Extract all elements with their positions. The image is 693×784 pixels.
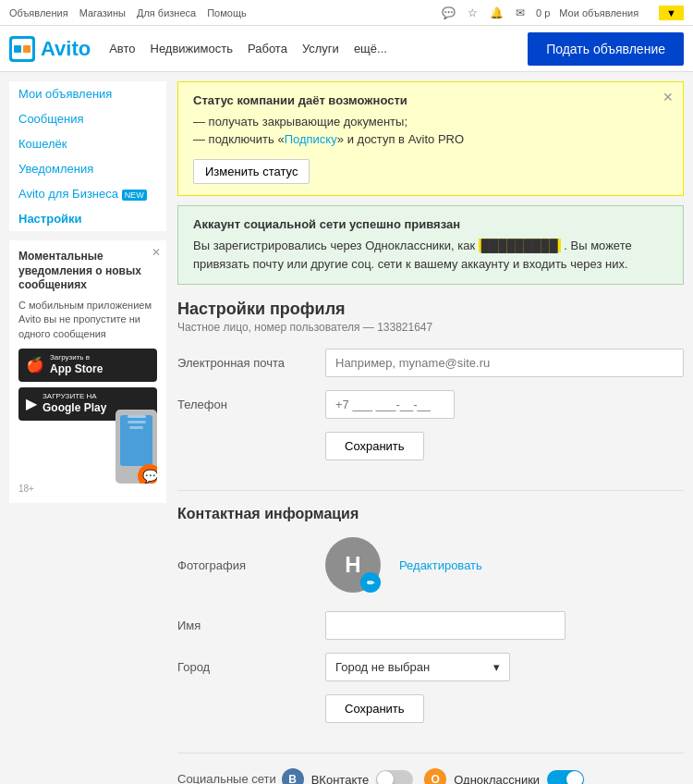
contact-save-button[interactable]: Сохранить (325, 694, 424, 723)
nav-stores[interactable]: Магазины (79, 7, 126, 18)
sidebar-item-my-ads[interactable]: Мои объявления (9, 81, 166, 106)
vk-icon: В (282, 768, 304, 784)
nav-realty[interactable]: Недвижимость (151, 42, 233, 55)
apple-icon: 🍎 (26, 356, 44, 374)
name-row: Имя (177, 611, 684, 640)
main-nav-links: Авто Недвижимость Работа Услуги ещё... (109, 42, 387, 55)
photo-row: Фотография Н ✏ Редактировать (177, 537, 684, 593)
nav-services[interactable]: Услуги (302, 42, 339, 55)
sidebar: Мои объявления Сообщения Кошелёк Уведомл… (9, 81, 166, 784)
ok-icon: О (424, 768, 446, 784)
divider1 (177, 490, 684, 491)
ok-item: О Одноклассники (424, 768, 584, 784)
vk-label: ВКонтакте (311, 773, 370, 785)
city-row: Город Город не выбран ▾ (177, 653, 684, 681)
chat-icon[interactable]: 💬 (440, 5, 456, 21)
phone-input-wrapper (325, 390, 684, 419)
banner-status-close[interactable]: ✕ (663, 90, 674, 104)
social-networks: В ВКонтакте О Одноклассники f Facebook G… (282, 768, 684, 784)
notification-close[interactable]: ✕ (152, 246, 161, 259)
envelope-icon[interactable]: ✉ (512, 5, 529, 21)
main-content: ✕ Статус компании даёт возможности — пол… (177, 81, 684, 784)
banner-social: Аккаунт социальной сети успешно привязан… (177, 205, 684, 285)
balance: 0 р (536, 7, 550, 18)
googleplay-text: ЗАГРУЗИТЕ НА Google Play (43, 392, 106, 416)
play-icon: ▶ (26, 395, 37, 412)
profile-section: Настройки профиля Частное лицо, номер по… (177, 300, 684, 491)
sidebar-menu: Мои объявления Сообщения Кошелёк Уведомл… (9, 81, 166, 231)
subscription-link[interactable]: Подписку (285, 132, 337, 146)
profile-title: Настройки профиля (177, 300, 684, 319)
email-label: Электронная почта (177, 356, 325, 370)
edit-photo-link[interactable]: Редактировать (399, 558, 482, 572)
user-button[interactable]: ▼ (659, 6, 684, 20)
banner-social-text: Вы зарегистрировались через Одноклассник… (193, 237, 668, 273)
phone-row: Телефон (177, 390, 684, 419)
phone-label: Телефон (177, 398, 325, 411)
nav-auto[interactable]: Авто (109, 42, 135, 55)
profile-save-button[interactable]: Сохранить (325, 432, 424, 460)
post-ad-button[interactable]: Подать объявление (528, 32, 684, 66)
sidebar-item-messages[interactable]: Сообщения (9, 106, 166, 131)
top-nav: Объявления Магазины Для бизнеса Помощь 💬… (0, 0, 693, 26)
notification-text: С мобильным приложением Avito вы не проп… (18, 299, 157, 341)
nav-more[interactable]: ещё... (354, 42, 387, 55)
bell-icon[interactable]: 🔔 (488, 5, 505, 21)
banner-status: ✕ Статус компании даёт возможности — пол… (177, 81, 684, 196)
city-label: Город (177, 660, 325, 674)
email-input[interactable] (325, 349, 684, 377)
nav-business[interactable]: Для бизнеса (137, 7, 196, 18)
avatar: Н ✏ (325, 537, 381, 593)
nav-jobs[interactable]: Работа (248, 42, 287, 55)
sidebar-notification: ✕ Моментальные уведомления о новых сообщ… (9, 240, 166, 503)
ok-toggle[interactable] (547, 770, 584, 784)
social-section: Социальные сети В ВКонтакте О Одноклассн… (177, 753, 684, 784)
my-ads-link[interactable]: Мои объявления (559, 7, 638, 18)
top-nav-right: 💬 ☆ 🔔 ✉ 0 р Мои объявления ▼ (440, 5, 684, 21)
edit-avatar-button[interactable]: ✏ (360, 572, 381, 593)
photo-label: Фотография (177, 558, 325, 572)
banner-status-line2: — подключить «Подписку» и доступ в Avito… (193, 132, 668, 146)
email-row: Электронная почта (177, 349, 684, 377)
chevron-down-icon: ▾ (493, 660, 500, 674)
profile-subtitle: Частное лицо, номер пользователя — 13382… (177, 321, 684, 334)
banner-status-line1: — получать закрывающие документы; (193, 115, 668, 129)
banner-status-title: Статус компании даёт возможности (193, 93, 668, 107)
contact-title: Контактная информация (177, 506, 684, 522)
nav-help[interactable]: Помощь (207, 7, 247, 18)
ok-label: Одноклассники (454, 773, 540, 785)
notification-title: Моментальные уведомления о новых сообщен… (18, 250, 157, 293)
banner-social-title: Аккаунт социальной сети успешно привязан (193, 217, 668, 231)
nav-ads[interactable]: Объявления (9, 7, 68, 18)
logo: Avito (9, 36, 91, 62)
main-nav: Avito Авто Недвижимость Работа Услуги ещ… (0, 26, 693, 72)
star-icon[interactable]: ☆ (464, 5, 480, 21)
change-status-button[interactable]: Изменить статус (193, 159, 310, 184)
city-value: Город не выбран (335, 660, 430, 674)
new-badge: NEW (122, 190, 147, 201)
logo-icon (9, 36, 35, 62)
vk-toggle[interactable] (376, 770, 413, 784)
username-highlight: █████████ (479, 239, 561, 252)
social-label: Социальные сети (177, 768, 282, 784)
appstore-button[interactable]: 🍎 Загрузить в App Store (18, 349, 157, 382)
logo-text: Avito (41, 37, 91, 61)
sidebar-item-notifications[interactable]: Уведомления (9, 156, 166, 181)
sidebar-item-wallet[interactable]: Кошелёк (9, 131, 166, 156)
city-select[interactable]: Город не выбран ▾ (325, 653, 510, 681)
layout: Мои объявления Сообщения Кошелёк Уведомл… (0, 72, 693, 784)
email-input-wrapper (325, 349, 684, 377)
name-label: Имя (177, 619, 325, 632)
nav-icons: 💬 ☆ 🔔 ✉ 0 р (440, 5, 550, 21)
contact-section: Контактная информация Фотография Н ✏ Ред… (177, 506, 684, 738)
age-notice: 18+ (18, 484, 157, 494)
sidebar-item-business[interactable]: Avito для Бизнеса NEW (9, 181, 166, 206)
sidebar-item-settings[interactable]: Настройки (9, 206, 166, 231)
vk-item: В ВКонтакте (282, 768, 414, 784)
appstore-text: Загрузить в App Store (50, 353, 103, 377)
phone-input[interactable] (325, 390, 455, 419)
name-input[interactable] (325, 611, 565, 640)
